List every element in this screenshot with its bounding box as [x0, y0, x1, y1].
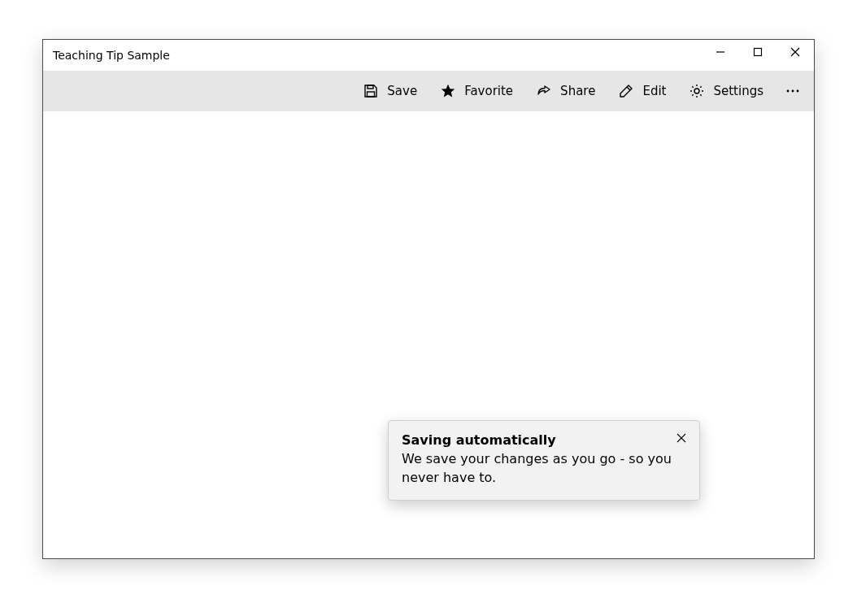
close-icon: [676, 433, 686, 445]
share-icon: [536, 83, 552, 99]
close-button[interactable]: [777, 40, 814, 66]
teaching-tip: Saving automatically We save your change…: [388, 420, 700, 501]
close-icon: [790, 47, 800, 59]
settings-button[interactable]: Settings: [677, 75, 775, 107]
share-label: Share: [560, 84, 595, 98]
favorite-button[interactable]: Favorite: [428, 75, 524, 107]
star-icon: [440, 83, 456, 99]
more-button[interactable]: [775, 75, 811, 107]
teaching-tip-close-button[interactable]: [670, 427, 693, 450]
command-bar: Save Favorite Share: [43, 71, 814, 111]
settings-label: Settings: [713, 84, 763, 98]
save-button[interactable]: Save: [351, 75, 428, 107]
svg-line-6: [627, 87, 630, 90]
window-controls: [702, 40, 814, 71]
minimize-button[interactable]: [702, 40, 739, 66]
pencil-icon: [618, 83, 634, 99]
svg-point-8: [787, 90, 790, 93]
titlebar: Teaching Tip Sample: [43, 40, 814, 71]
svg-rect-5: [368, 92, 375, 97]
save-icon: [363, 83, 379, 99]
edit-label: Edit: [642, 84, 666, 98]
maximize-icon: [753, 47, 763, 59]
save-label: Save: [387, 84, 417, 98]
gear-icon: [689, 83, 705, 99]
svg-rect-4: [368, 85, 373, 89]
window-title: Teaching Tip Sample: [53, 49, 170, 62]
teaching-tip-title: Saving automatically: [402, 432, 663, 448]
svg-rect-1: [755, 48, 762, 55]
share-button[interactable]: Share: [524, 75, 607, 107]
app-window: Teaching Tip Sample: [42, 39, 815, 559]
favorite-label: Favorite: [464, 84, 513, 98]
teaching-tip-body: We save your changes as you go - so you …: [402, 449, 686, 487]
maximize-button[interactable]: [739, 40, 777, 66]
more-icon: [785, 83, 801, 99]
svg-point-9: [792, 90, 794, 93]
svg-point-7: [694, 89, 699, 93]
content-area: Saving automatically We save your change…: [43, 111, 814, 558]
edit-button[interactable]: Edit: [607, 75, 677, 107]
minimize-icon: [716, 47, 725, 59]
svg-point-10: [797, 90, 799, 93]
